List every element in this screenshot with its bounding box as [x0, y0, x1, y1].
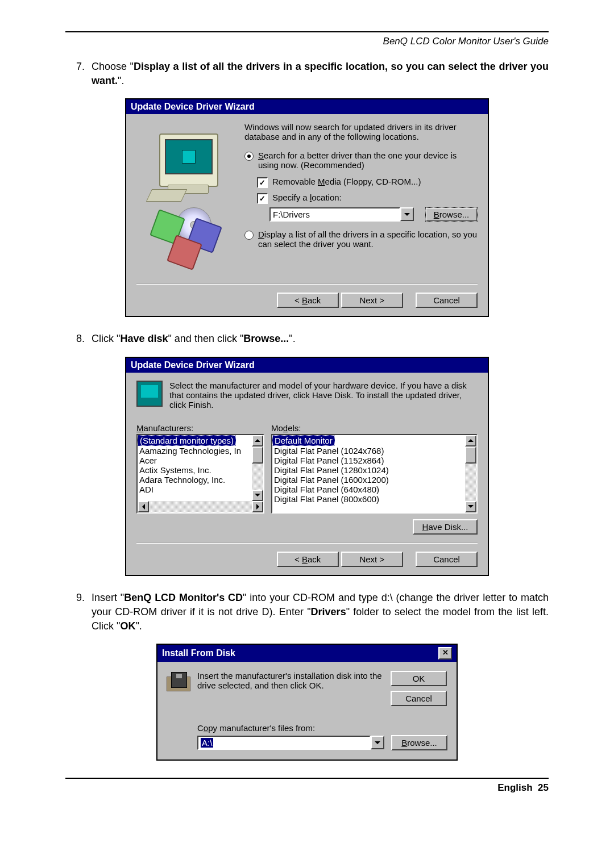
next-button[interactable]: Next >: [341, 293, 403, 308]
list-item[interactable]: Digital Flat Panel (1024x768): [272, 446, 465, 456]
cancel-button[interactable]: Cancel: [416, 552, 478, 567]
step-7-number: 7.: [65, 60, 92, 88]
page-footer: English 25: [65, 778, 549, 794]
have-disk-button[interactable]: Have Disk...: [413, 519, 478, 535]
step-8: 8. Click "Have disk" and then click "Bro…: [65, 332, 549, 346]
list-item[interactable]: Actix Systems, Inc.: [138, 465, 252, 475]
radio-search-label: Search for a better driver than the one …: [258, 151, 478, 170]
checkbox-removable-media[interactable]: [257, 177, 268, 188]
list-item[interactable]: Digital Flat Panel (1280x1024): [272, 465, 465, 475]
ifd-message: Insert the manufacturer's installation d…: [197, 671, 391, 706]
wizard-2-dialog: Update Device Driver Wizard Select the m…: [125, 357, 489, 576]
back-button[interactable]: < Back: [277, 293, 339, 308]
list-item[interactable]: (Standard monitor types): [138, 435, 236, 446]
page-header: BenQ LCD Color Monitor User's Guide: [65, 36, 549, 47]
step-9: 9. Insert "BenQ LCD Monitor's CD" into y…: [65, 591, 549, 634]
close-icon[interactable]: ✕: [438, 647, 452, 660]
ifd-titlebar: Install From Disk ✕: [157, 645, 457, 662]
radio-display-list[interactable]: [244, 231, 254, 240]
wizard-2-intro: Select the manufacturer and model of you…: [169, 381, 478, 410]
list-item[interactable]: ADI: [138, 485, 252, 494]
list-item[interactable]: Aamazing Technologies, In: [138, 446, 252, 456]
radio-search-better[interactable]: [244, 152, 254, 161]
wizard-graphic: [136, 122, 239, 276]
wizard-1-intro: Windows will now search for updated driv…: [244, 122, 478, 141]
cancel-button[interactable]: Cancel: [391, 691, 447, 706]
list-item[interactable]: Digital Flat Panel (800x600): [272, 494, 465, 504]
hardware-icon: [136, 381, 163, 407]
browse-button[interactable]: Browse...: [391, 735, 447, 750]
install-from-disk-dialog: Install From Disk ✕ Insert the manufactu…: [156, 644, 458, 761]
models-listbox[interactable]: Default Monitor Digital Flat Panel (1024…: [271, 434, 478, 514]
location-dropdown-icon[interactable]: [400, 207, 414, 221]
disk-icon: [167, 672, 189, 690]
scroll-down-icon[interactable]: [252, 490, 263, 501]
copy-from-dropdown-icon[interactable]: [371, 736, 384, 749]
wizard-1-titlebar: Update Device Driver Wizard: [126, 99, 488, 114]
location-path-input[interactable]: F:\Drivers: [269, 207, 400, 222]
next-button[interactable]: Next >: [341, 552, 403, 567]
browse-button[interactable]: Browse...: [425, 207, 478, 222]
ok-button[interactable]: OK: [391, 671, 447, 686]
wizard-1-dialog: Update Device Driver Wizard Windows will…: [125, 98, 489, 317]
cancel-button[interactable]: Cancel: [416, 293, 478, 308]
list-item[interactable]: Adara Technology, Inc.: [138, 475, 252, 485]
checkbox-specify-label: Specify a location:: [272, 193, 342, 204]
copy-from-label: Copy manufacturer's files from:: [197, 723, 447, 733]
list-item[interactable]: Acer: [138, 456, 252, 465]
step-7-text-pre: Choose ": [92, 61, 134, 72]
step-7-bold: Display a list of all the drivers in a s…: [92, 61, 549, 86]
step-9-number: 9.: [65, 591, 92, 634]
scroll-left-icon[interactable]: [138, 501, 149, 512]
step-8-number: 8.: [65, 332, 92, 346]
list-item[interactable]: Digital Flat Panel (1600x1200): [272, 475, 465, 485]
list-item[interactable]: Default Monitor: [272, 435, 335, 446]
checkbox-specify-location[interactable]: [257, 193, 268, 204]
copy-from-input[interactable]: A:\: [197, 736, 371, 750]
step-7: 7. Choose "Display a list of all the dri…: [65, 60, 549, 88]
scroll-down-icon[interactable]: [465, 501, 476, 512]
back-button[interactable]: < Back: [277, 552, 339, 567]
manufacturers-listbox[interactable]: (Standard monitor types) Aamazing Techno…: [136, 434, 264, 514]
checkbox-removable-label: Removable Media (Floppy, CD-ROM...): [272, 177, 421, 188]
step-7-text-post: ".: [118, 75, 124, 86]
scroll-right-icon[interactable]: [252, 501, 263, 512]
models-label: Models:: [271, 423, 478, 433]
scroll-up-icon[interactable]: [252, 435, 263, 446]
manufacturers-label: Manufacturers:: [136, 423, 264, 433]
list-item[interactable]: Digital Flat Panel (640x480): [272, 485, 465, 494]
ifd-title: Install From Disk: [162, 648, 235, 658]
wizard-2-titlebar: Update Device Driver Wizard: [126, 358, 488, 373]
scroll-up-icon[interactable]: [465, 435, 476, 446]
list-item[interactable]: Digital Flat Panel (1152x864): [272, 456, 465, 465]
radio-display-list-label: Display a list of all the drivers in a s…: [258, 229, 478, 249]
wizard-1-title: Update Device Driver Wizard: [131, 102, 255, 112]
wizard-2-title: Update Device Driver Wizard: [131, 360, 255, 370]
